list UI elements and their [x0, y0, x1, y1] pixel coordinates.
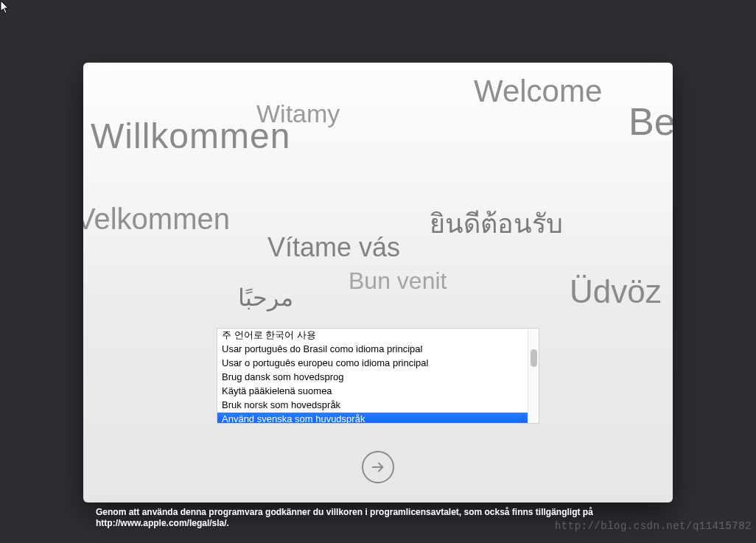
- welcome-text-en: Welcome: [474, 74, 602, 109]
- welcome-text-de: Willkommen: [91, 116, 290, 156]
- welcome-text-da: Velkommen: [83, 203, 230, 236]
- scrollbar-thumb[interactable]: [531, 349, 537, 367]
- setup-assistant-window: Welcome Witamy Willkommen Bem Velkommen …: [83, 63, 673, 502]
- language-option[interactable]: Käytä pääkielenä suomea: [217, 385, 539, 399]
- welcome-text-ar: مرحبًا: [238, 284, 293, 312]
- welcome-text-ro: Bun venit: [349, 267, 447, 295]
- welcome-text-sk: Vítame vás: [267, 232, 400, 263]
- welcome-text-pt: Bem: [629, 99, 673, 144]
- language-option[interactable]: Brug dansk som hovedsprog: [217, 371, 539, 385]
- continue-button[interactable]: [362, 451, 394, 483]
- welcome-text-hu: Üdvöz: [570, 273, 662, 310]
- language-option[interactable]: Bruk norsk som hovedspråk: [217, 399, 539, 413]
- language-option[interactable]: Usar português do Brasil como idioma pri…: [217, 343, 539, 357]
- welcome-text-th: ยินดีต้อนรับ: [430, 203, 563, 245]
- language-option[interactable]: Usar o português europeu como idioma pri…: [217, 357, 539, 371]
- language-option[interactable]: Använd svenska som huvudspråk: [217, 413, 539, 424]
- language-option[interactable]: 주 언어로 한국어 사용: [217, 329, 539, 343]
- arrow-right-icon: [370, 459, 386, 475]
- mouse-cursor-icon: [0, 0, 10, 15]
- watermark-text: http://blog.csdn.net/q11415782: [555, 520, 752, 532]
- language-select-list[interactable]: 주 언어로 한국어 사용Usar português do Brasil com…: [217, 328, 539, 424]
- scrollbar-track[interactable]: [528, 329, 539, 423]
